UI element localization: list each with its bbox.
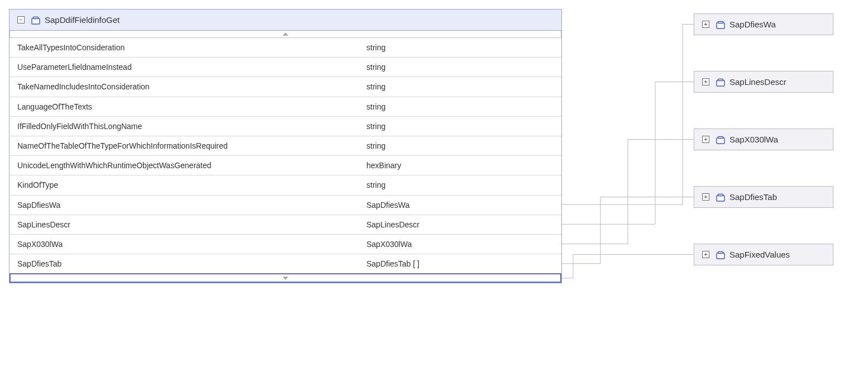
related-entity-title: SapFixedValues <box>729 250 790 259</box>
related-entity[interactable]: +SapX030lWa <box>694 129 833 150</box>
field-row[interactable]: SapLinesDescrSapLinesDescr <box>9 215 561 234</box>
field-name: SapDfiesWa <box>17 200 366 210</box>
related-entity-title: SapX030lWa <box>729 135 778 144</box>
field-row[interactable]: SapDfiesTabSapDfiesTab [ ] <box>9 254 561 273</box>
svg-rect-3 <box>718 21 723 23</box>
expand-icon[interactable]: + <box>702 21 709 28</box>
svg-rect-10 <box>717 253 724 259</box>
expand-icon[interactable]: + <box>702 193 709 201</box>
class-icon <box>29 16 40 25</box>
class-icon <box>714 78 725 87</box>
field-type: SapDfiesTab [ ] <box>366 259 554 269</box>
expand-icon[interactable]: + <box>702 78 709 85</box>
class-icon <box>714 193 725 202</box>
class-icon <box>714 250 725 259</box>
scroll-down-button[interactable] <box>9 273 561 283</box>
class-icon <box>714 135 725 144</box>
scroll-up-button[interactable] <box>9 31 561 38</box>
field-name: KindOfType <box>17 180 366 190</box>
field-name: NameOfTheTableOfTheTypeForWhichInformati… <box>17 141 366 151</box>
field-name: UnicodeLengthWithWhichRuntimeObjectWasGe… <box>17 160 366 170</box>
field-list: TakeAllTypesIntoConsiderationstringUsePa… <box>9 38 561 273</box>
field-type: hexBinary <box>366 160 554 170</box>
svg-rect-2 <box>717 23 724 28</box>
field-row[interactable]: SapDfiesWaSapDfiesWa <box>9 195 561 215</box>
field-row[interactable]: SapX030lWaSapX030lWa <box>9 234 561 254</box>
field-row[interactable]: TakeNamedIncludesIntoConsiderationstring <box>9 77 561 96</box>
svg-rect-4 <box>717 80 724 86</box>
field-type: string <box>366 121 554 131</box>
field-type: SapX030lWa <box>366 239 554 249</box>
field-row[interactable]: TakeAllTypesIntoConsiderationstring <box>9 38 561 57</box>
field-row[interactable]: KindOfTypestring <box>9 175 561 194</box>
main-entity: − SapDdifFieldinfoGet TakeAllTypesIntoCo… <box>9 9 562 283</box>
related-entity[interactable]: +SapDfiesWa <box>694 13 833 35</box>
field-row[interactable]: NameOfTheTableOfTheTypeForWhichInformati… <box>9 136 561 155</box>
svg-rect-0 <box>32 18 40 24</box>
related-entity-title: SapLinesDescr <box>729 77 786 87</box>
related-entity-title: SapDfiesWa <box>729 20 776 29</box>
related-entity-list: +SapDfiesWa+SapLinesDescr+SapX030lWa+Sap… <box>694 13 833 265</box>
main-entity-header[interactable]: − SapDdifFieldinfoGet <box>9 9 561 31</box>
main-entity-title: SapDdifFieldinfoGet <box>45 15 120 25</box>
chevron-down-icon <box>283 277 288 280</box>
chevron-up-icon <box>283 32 288 36</box>
field-name: IfFilledOnlyFieldWithThisLongName <box>17 121 366 131</box>
svg-rect-1 <box>34 17 39 18</box>
field-type: string <box>366 102 554 112</box>
field-name: UseParameterLfieldnameInstead <box>17 62 366 72</box>
related-entity[interactable]: +SapDfiesTab <box>694 186 833 208</box>
field-name: SapDfiesTab <box>17 259 366 269</box>
field-name: SapLinesDescr <box>17 220 366 230</box>
expand-icon[interactable]: + <box>702 251 709 258</box>
field-row[interactable]: LanguageOfTheTextsstring <box>9 97 561 116</box>
field-name: SapX030lWa <box>17 239 366 249</box>
field-name: TakeNamedIncludesIntoConsideration <box>17 82 366 92</box>
field-type: string <box>366 62 554 72</box>
field-type: string <box>366 42 554 53</box>
svg-rect-9 <box>718 194 723 196</box>
svg-rect-6 <box>717 138 724 144</box>
svg-rect-11 <box>718 251 723 253</box>
class-icon <box>714 20 725 29</box>
field-type: string <box>366 180 554 190</box>
svg-rect-8 <box>717 196 724 201</box>
diagram-canvas: − SapDdifFieldinfoGet TakeAllTypesIntoCo… <box>7 7 861 383</box>
related-entity[interactable]: +SapLinesDescr <box>694 71 833 93</box>
field-name: LanguageOfTheTexts <box>17 102 366 112</box>
field-type: SapDfiesWa <box>366 200 554 210</box>
related-entity-title: SapDfiesTab <box>729 192 777 202</box>
field-row[interactable]: UnicodeLengthWithWhichRuntimeObjectWasGe… <box>9 155 561 175</box>
related-entity[interactable]: +SapFixedValues <box>694 244 833 265</box>
svg-rect-7 <box>718 136 723 138</box>
field-name: TakeAllTypesIntoConsideration <box>17 42 366 53</box>
field-row[interactable]: UseParameterLfieldnameInsteadstring <box>9 57 561 77</box>
field-type: string <box>366 82 554 92</box>
collapse-icon[interactable]: − <box>17 16 25 23</box>
field-type: string <box>366 141 554 151</box>
svg-rect-5 <box>718 79 723 80</box>
expand-icon[interactable]: + <box>702 136 709 143</box>
field-row[interactable]: IfFilledOnlyFieldWithThisLongNamestring <box>9 116 561 136</box>
field-type: SapLinesDescr <box>366 220 554 230</box>
